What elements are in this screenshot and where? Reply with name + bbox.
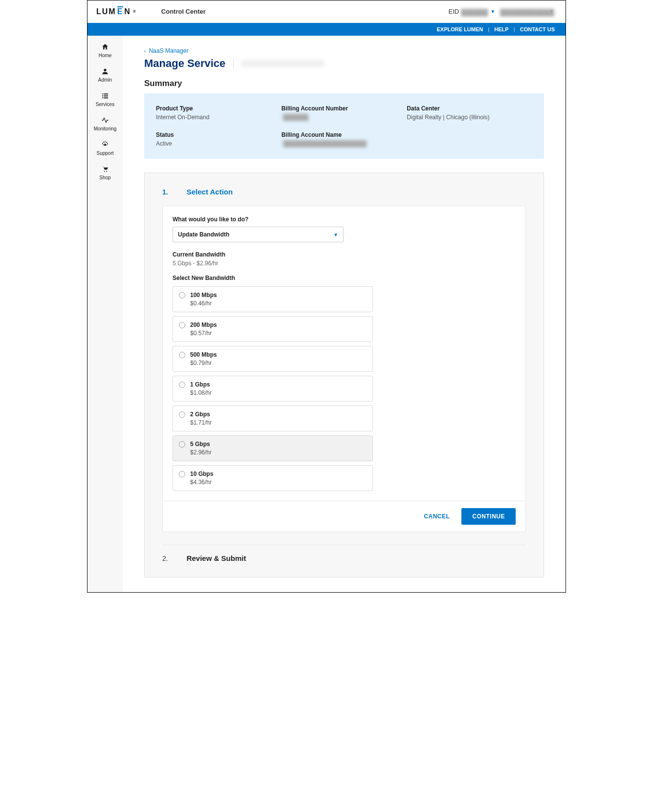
bandwidth-option-price: $1.71/hr: [190, 419, 212, 426]
home-icon: [101, 43, 109, 51]
utility-bar: EXPLORE LUMEN | HELP | CONTACT US: [87, 23, 566, 36]
radio-icon: [179, 441, 185, 448]
bandwidth-option[interactable]: 100 Mbps$0.46/hr: [173, 286, 373, 312]
wizard-container: 1. Select Action What would you like to …: [144, 172, 544, 577]
svg-rect-5: [102, 97, 103, 98]
summary-data-center: Data Center Digital Realty | Chicago (Il…: [407, 105, 532, 121]
bandwidth-option[interactable]: 1 Gbps$1.08/hr: [173, 376, 373, 402]
breadcrumb[interactable]: ‹ NaaS Manager: [144, 47, 544, 54]
chevron-down-icon: ▼: [490, 9, 495, 14]
breadcrumb-label: NaaS Manager: [149, 47, 189, 54]
cart-icon: [101, 165, 109, 173]
svg-rect-2: [104, 93, 108, 94]
svg-point-0: [104, 69, 106, 71]
svg-rect-3: [102, 95, 103, 96]
summary-billing-name: Billing Account Name ███████████████████…: [282, 131, 407, 147]
bandwidth-option[interactable]: 2 Gbps$1.71/hr: [173, 406, 373, 431]
service-identifier-redacted: [241, 60, 325, 67]
bandwidth-option[interactable]: 200 Mbps$0.57/hr: [173, 316, 373, 342]
radio-icon: [179, 382, 185, 388]
account-value: ████████████: [500, 9, 544, 15]
new-bandwidth-label: Select New Bandwidth: [173, 275, 516, 281]
continue-button[interactable]: CONTINUE: [461, 508, 516, 525]
sidebar-item-support[interactable]: Support: [96, 140, 113, 156]
sidebar-nav: Home Admin Services Monitoring: [87, 36, 123, 592]
bandwidth-option-label: 2 Gbps: [190, 411, 212, 418]
contact-us-link[interactable]: CONTACT US: [515, 26, 560, 32]
svg-rect-6: [104, 97, 108, 98]
summary-section-title: Summary: [144, 79, 544, 88]
title-divider: [233, 58, 234, 69]
field-label: Billing Account Number: [282, 105, 407, 112]
bandwidth-option-label: 1 Gbps: [190, 381, 212, 388]
step-2-header: 2. Review & Submit: [162, 554, 526, 562]
sidebar-item-monitoring[interactable]: Monitoring: [94, 116, 117, 131]
field-value-redacted: ██████: [282, 114, 301, 119]
radio-icon: [179, 352, 185, 358]
bandwidth-option-price: $1.08/hr: [190, 389, 212, 396]
eid-label: EID: [449, 8, 459, 15]
sidebar-item-home[interactable]: Home: [99, 43, 112, 58]
field-value: Internet On-Demand: [156, 114, 282, 121]
summary-product-type: Product Type Internet On-Demand: [156, 105, 282, 121]
eid-value: ██████: [461, 9, 485, 15]
action-select[interactable]: Update Bandwidth ▼: [173, 227, 344, 242]
action-question-label: What would you like to do?: [173, 216, 516, 223]
step-1-body: What would you like to do? Update Bandwi…: [162, 206, 526, 501]
cancel-button[interactable]: CANCEL: [424, 513, 450, 520]
radio-icon: [179, 471, 185, 477]
bandwidth-option[interactable]: 5 Gbps$2.96/hr: [173, 435, 373, 461]
sidebar-item-label: Services: [96, 102, 114, 107]
bandwidth-option-label: 200 Mbps: [190, 321, 217, 328]
support-icon: [101, 140, 109, 149]
sidebar-item-services[interactable]: Services: [96, 91, 114, 107]
explore-lumen-link[interactable]: EXPLORE LUMEN: [432, 26, 488, 32]
step-title: Select Action: [187, 188, 233, 196]
radio-icon: [179, 322, 185, 328]
bandwidth-option-price: $4.36/hr: [190, 479, 213, 486]
sidebar-item-label: Shop: [99, 175, 110, 180]
bandwidth-option-label: 100 Mbps: [190, 292, 217, 299]
step-1-header: 1. Select Action: [162, 188, 526, 196]
bandwidth-option-price: $0.79/hr: [190, 360, 217, 366]
sidebar-item-label: Monitoring: [94, 126, 117, 131]
help-link[interactable]: HELP: [489, 26, 513, 32]
bandwidth-option-label: 5 Gbps: [190, 441, 212, 448]
current-bandwidth-label: Current Bandwidth: [173, 251, 516, 258]
bandwidth-option[interactable]: 10 Gbps$4.36/hr: [173, 465, 373, 491]
field-value: Active: [156, 140, 282, 147]
svg-rect-4: [104, 95, 108, 96]
step-divider: [162, 545, 526, 545]
top-header: LUMEN® Control Center EID ██████ ▼ █████…: [87, 0, 566, 23]
bandwidth-option-price: $2.96/hr: [190, 449, 212, 456]
list-icon: [101, 91, 109, 100]
summary-status: Status Active: [156, 131, 282, 147]
step-number: 2.: [162, 555, 168, 562]
sidebar-item-label: Home: [99, 53, 112, 58]
summary-card: Product Type Internet On-Demand Billing …: [144, 93, 544, 159]
radio-icon: [179, 411, 185, 418]
svg-point-9: [106, 171, 107, 172]
bandwidth-option-price: $0.46/hr: [190, 300, 217, 307]
step-number: 1.: [162, 188, 168, 196]
field-value-redacted: ████████████████████: [282, 140, 360, 146]
bandwidth-option[interactable]: 500 Mbps$0.79/hr: [173, 346, 373, 372]
bandwidth-option-label: 500 Mbps: [190, 351, 217, 358]
step-1-footer: CANCEL CONTINUE: [162, 501, 526, 532]
page-title: Manage Service: [144, 57, 225, 70]
main-content: ‹ NaaS Manager Manage Service Summary Pr…: [123, 36, 566, 592]
action-selected-value: Update Bandwidth: [178, 231, 229, 238]
app-title: Control Center: [161, 8, 206, 15]
field-label: Product Type: [156, 105, 282, 112]
field-label: Billing Account Name: [282, 131, 407, 138]
current-bandwidth-value: 5 Gbps - $2.96/hr: [173, 260, 516, 267]
eid-dropdown[interactable]: EID ██████ ▼ ████████████ ▼: [449, 8, 557, 15]
sidebar-item-shop[interactable]: Shop: [99, 165, 110, 180]
svg-point-8: [104, 171, 105, 172]
field-label: Status: [156, 131, 282, 138]
activity-icon: [101, 116, 109, 125]
sidebar-item-admin[interactable]: Admin: [98, 67, 112, 83]
sidebar-item-label: Admin: [98, 77, 112, 83]
field-label: Data Center: [407, 105, 532, 112]
field-value: Digital Realty | Chicago (Illinois): [407, 114, 532, 121]
